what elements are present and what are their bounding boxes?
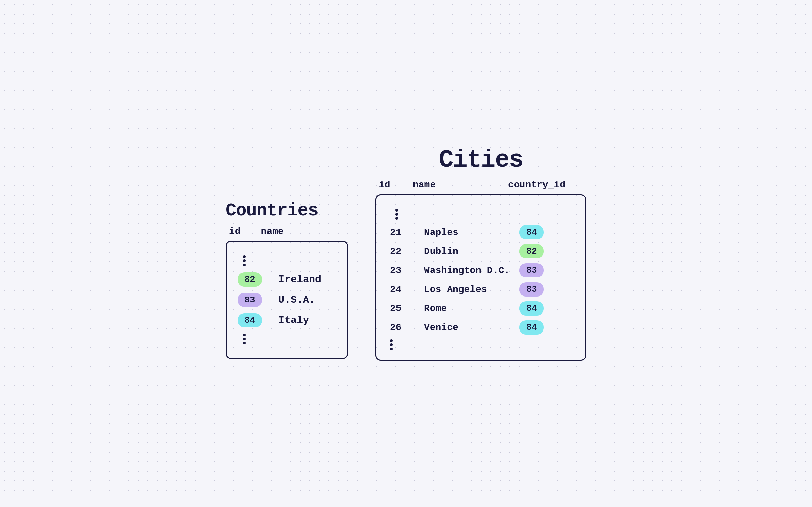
cities-row-22: 22 Dublin 82: [390, 244, 572, 258]
cities-row-26: 26 Venice 84: [390, 320, 572, 335]
city-dot-6: [390, 348, 393, 350]
countries-name-usa: U.S.A.: [278, 294, 315, 306]
countries-bottom-dots: [243, 334, 336, 344]
countries-top-dots: [243, 255, 336, 266]
city-id-21: 21: [390, 227, 424, 238]
cities-row-24: 24 Los Angeles 83: [390, 282, 572, 297]
city-id-25: 25: [390, 303, 424, 314]
countries-title: Countries: [226, 201, 318, 221]
countries-column-headers: id name: [226, 226, 284, 237]
dot-4: [243, 334, 246, 336]
dot-3: [243, 264, 246, 266]
cities-col-name: name: [413, 180, 508, 190]
page-container: Countries id name 82 Ireland 83 U.S.A. 8…: [226, 146, 586, 361]
city-dot-1: [395, 209, 398, 212]
countries-col-id: id: [229, 226, 241, 237]
countries-table-box: 82 Ireland 83 U.S.A. 84 Italy: [226, 241, 348, 359]
cities-column-headers: id name country_id: [375, 180, 586, 190]
city-cid-23: 83: [519, 263, 544, 277]
cities-bottom-dots: [390, 339, 572, 350]
city-cid-21: 84: [519, 225, 544, 239]
countries-badge-82: 82: [238, 272, 262, 287]
countries-row-84: 84 Italy: [238, 313, 336, 327]
countries-row-83: 83 U.S.A.: [238, 293, 336, 307]
cities-row-25: 25 Rome 84: [390, 301, 572, 316]
countries-name-ireland: Ireland: [278, 274, 321, 285]
city-dot-5: [390, 343, 393, 346]
cities-section: Cities id name country_id 21 Naples 84 2…: [375, 146, 586, 361]
city-id-24: 24: [390, 284, 424, 295]
city-id-26: 26: [390, 322, 424, 333]
cities-col-id: id: [379, 180, 413, 190]
dot-6: [243, 342, 246, 344]
city-dot-4: [390, 339, 393, 342]
city-id-22: 22: [390, 246, 424, 257]
city-id-23: 23: [390, 265, 424, 276]
city-name-naples: Naples: [424, 227, 519, 238]
city-cid-25: 84: [519, 301, 544, 316]
dot-5: [243, 338, 246, 340]
cities-row-21: 21 Naples 84: [390, 225, 572, 239]
dot-2: [243, 259, 246, 262]
city-name-dublin: Dublin: [424, 246, 519, 257]
countries-name-italy: Italy: [278, 315, 309, 326]
city-cid-22: 82: [519, 244, 544, 258]
countries-section: Countries id name 82 Ireland 83 U.S.A. 8…: [226, 201, 348, 359]
city-dot-2: [395, 213, 398, 216]
countries-badge-84: 84: [238, 313, 262, 327]
cities-top-dots: [395, 209, 572, 220]
cities-table-box: 21 Naples 84 22 Dublin 82 23 Washington …: [375, 194, 586, 361]
dot-1: [243, 255, 246, 258]
cities-title: Cities: [375, 146, 586, 174]
countries-row-82: 82 Ireland: [238, 272, 336, 287]
countries-col-name: name: [261, 226, 284, 237]
city-cid-24: 83: [519, 282, 544, 297]
city-name-washington: Washington D.C.: [424, 265, 519, 276]
city-cid-26: 84: [519, 320, 544, 335]
cities-col-country-id: country_id: [508, 180, 565, 190]
city-name-rome: Rome: [424, 303, 519, 314]
cities-row-23: 23 Washington D.C. 83: [390, 263, 572, 277]
city-name-losangeles: Los Angeles: [424, 284, 519, 295]
city-dot-3: [395, 217, 398, 220]
city-name-venice: Venice: [424, 322, 519, 333]
countries-badge-83: 83: [238, 293, 262, 307]
